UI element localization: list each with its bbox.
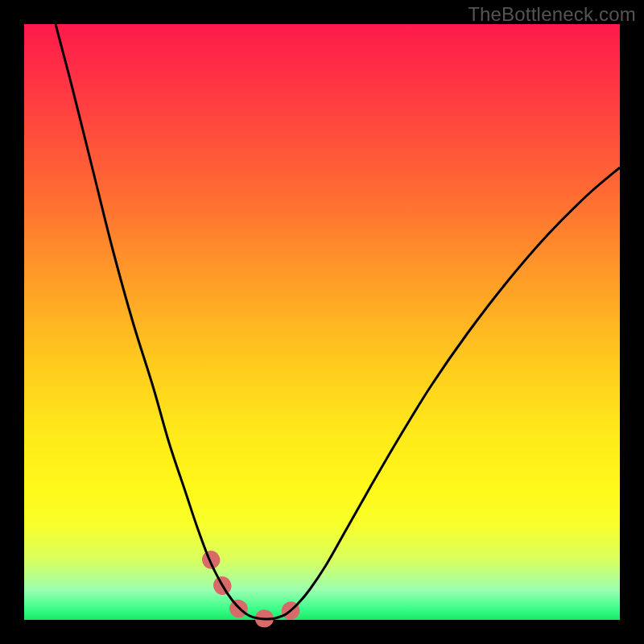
watermark-text: TheBottleneck.com bbox=[468, 3, 636, 26]
chart-frame: TheBottleneck.com bbox=[0, 0, 644, 644]
plot-area bbox=[24, 24, 620, 620]
curve-svg bbox=[24, 24, 620, 620]
bottleneck-curve bbox=[56, 24, 620, 619]
